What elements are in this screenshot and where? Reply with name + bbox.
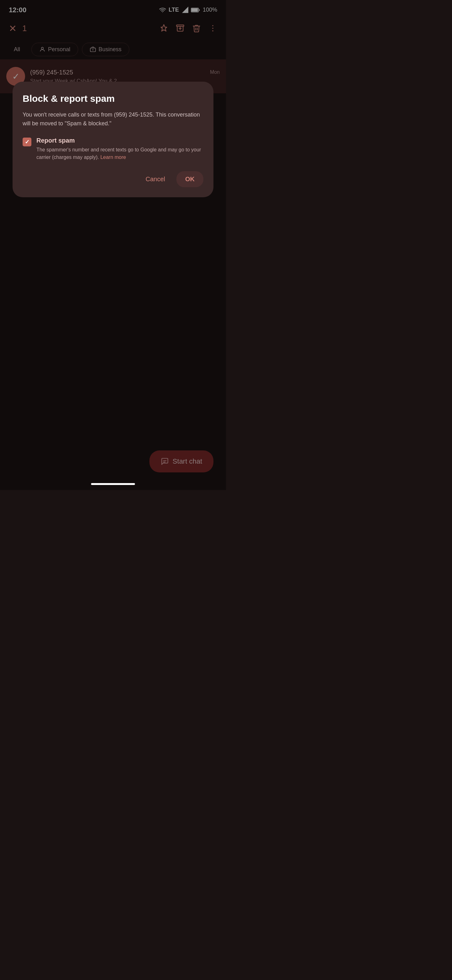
home-indicator xyxy=(91,483,135,485)
checkbox-content: Report spam The spammer's number and rec… xyxy=(36,137,203,161)
dialog-overlay xyxy=(0,0,226,490)
report-spam-row: ✓ Report spam The spammer's number and r… xyxy=(22,137,203,161)
checkbox-label: Report spam xyxy=(36,137,203,144)
cancel-button[interactable]: Cancel xyxy=(141,172,170,186)
learn-more-link[interactable]: Learn more xyxy=(100,154,126,160)
checkbox-desc: The spammer's number and recent texts go… xyxy=(36,146,203,161)
report-spam-checkbox[interactable]: ✓ xyxy=(22,138,32,146)
ok-button[interactable]: OK xyxy=(176,171,203,187)
dialog-description: You won't receive calls or texts from (9… xyxy=(22,111,203,128)
dialog-title: Block & report spam xyxy=(22,93,203,104)
checkbox-check-icon: ✓ xyxy=(25,138,30,145)
dialog-actions: Cancel OK xyxy=(22,171,203,187)
block-report-dialog: Block & report spam You won't receive ca… xyxy=(13,82,213,197)
